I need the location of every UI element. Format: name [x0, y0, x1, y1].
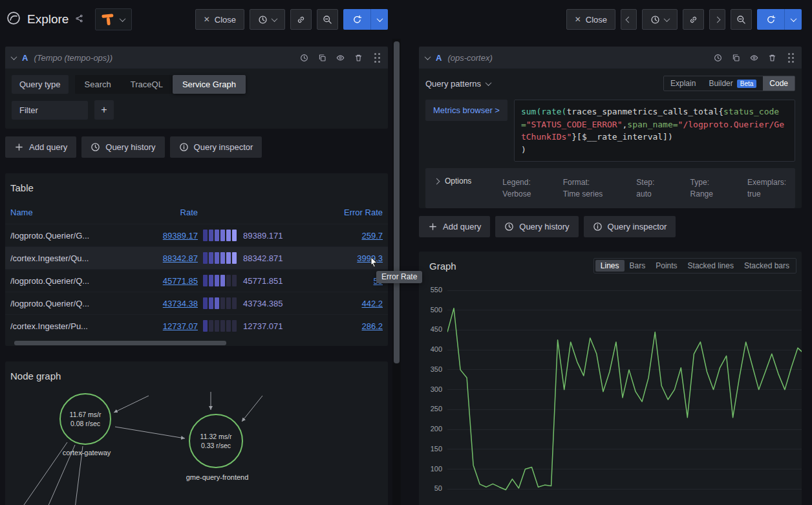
drag-handle-icon[interactable] — [374, 53, 376, 55]
options-toggle[interactable]: Options — [434, 177, 471, 186]
query-type-traceql[interactable]: TraceQL — [121, 75, 173, 94]
close-split-button[interactable]: ✕ Close — [195, 9, 244, 30]
query-inspector-button[interactable]: Query inspector — [584, 216, 676, 237]
run-query-button[interactable] — [343, 9, 370, 30]
datasource-picker[interactable] — [95, 8, 132, 30]
chevron-down-icon — [664, 16, 670, 22]
close-split-button[interactable]: ✕ Close — [566, 9, 615, 30]
column-header-error-rate[interactable]: Error Rate — [311, 208, 383, 217]
option-legend: Legend: Verbose — [502, 177, 531, 200]
bar-gauge-value: 89389.171 — [243, 231, 283, 241]
rate-link[interactable]: 12737.07 — [163, 321, 198, 331]
bar-gauge — [203, 320, 237, 332]
node-graph-canvas[interactable]: 11.67 ms/r 0.08 r/sec cortex-gateway 11.… — [10, 389, 383, 505]
chevron-down-icon — [790, 16, 796, 22]
run-query-dropdown[interactable] — [784, 9, 802, 30]
zoom-out-button[interactable] — [731, 9, 752, 30]
drag-handle-icon[interactable] — [788, 53, 790, 55]
graph-node-gme-query-frontend[interactable]: 11.32 ms/r 0.33 r/sec — [189, 414, 243, 468]
table-horizontal-scrollbar[interactable] — [9, 340, 384, 346]
eye-icon[interactable] — [336, 54, 345, 62]
promql-code-editor[interactable]: sum(rate(traces_spanmetrics_calls_total{… — [514, 100, 795, 162]
query-patterns-dropdown[interactable]: Query patterns — [425, 79, 491, 89]
error-rate-link[interactable]: 286.2 — [361, 321, 383, 331]
left-toolbar-actions: ✕ Close — [195, 9, 388, 30]
node-graph-panel: Node graph 11.67 ms/r 0.08 r/sec — [5, 361, 388, 505]
query-editor-right: A (ops-cortex) Query patterns Explain — [419, 47, 802, 208]
right-toolbar: ✕ Close — [419, 0, 802, 39]
query-type-search[interactable]: Search — [75, 75, 121, 94]
graph-node-cortex-gateway[interactable]: 11.67 ms/r 0.08 r/sec — [59, 393, 111, 445]
add-filter-button[interactable]: + — [94, 100, 114, 120]
history-icon[interactable] — [714, 54, 722, 62]
run-query-split-button — [343, 9, 388, 30]
mode-code[interactable]: Code — [763, 76, 795, 91]
time-picker-button[interactable] — [250, 9, 285, 30]
query-history-button[interactable]: Query history — [81, 136, 164, 158]
metrics-browser-button[interactable]: Metrics browser > — [425, 100, 508, 121]
mode-explain[interactable]: Explain — [664, 76, 702, 91]
graph-style-lines[interactable]: Lines — [595, 260, 625, 272]
collapse-icon[interactable] — [11, 54, 17, 60]
copy-icon[interactable] — [732, 54, 740, 62]
trash-icon[interactable] — [768, 54, 776, 62]
query-ref-id: A — [436, 53, 442, 63]
chart-plot-area — [447, 290, 802, 505]
query-editor-body: Query type Search TraceQL Service Graph … — [5, 69, 388, 129]
zoom-out-button[interactable] — [317, 9, 338, 30]
graph-style-stacked-bars[interactable]: Stacked bars — [739, 260, 795, 272]
rate-link[interactable]: 43734.38 — [163, 299, 198, 308]
column-header-name[interactable]: Name — [10, 208, 107, 217]
history-icon[interactable] — [300, 54, 308, 62]
cell-name: /logproto.Querier/Q... — [10, 299, 107, 308]
right-pane: ✕ Close — [401, 0, 812, 505]
mouse-cursor — [369, 256, 380, 270]
share-icon[interactable] — [75, 14, 83, 25]
move-split-left-button[interactable] — [621, 9, 637, 30]
option-exemplars: Exemplars: true — [747, 177, 786, 200]
left-toolbar: Explore ✕ Close — [0, 0, 393, 39]
run-query-button[interactable] — [757, 9, 784, 30]
mode-builder[interactable]: Builder Beta — [702, 76, 763, 91]
query-inspector-button[interactable]: Query inspector — [170, 136, 262, 158]
option-type: Type: Range — [690, 177, 716, 200]
error-rate-link[interactable]: 442.2 — [361, 299, 383, 308]
collapse-icon[interactable] — [425, 54, 431, 60]
time-series-chart[interactable]: 550500450400350300250200150100500 — [424, 290, 796, 505]
chevron-left-icon — [626, 16, 632, 23]
move-split-right-button[interactable] — [709, 9, 725, 30]
error-rate-link[interactable]: 259.7 — [361, 231, 383, 241]
scrollbar-thumb[interactable] — [394, 41, 400, 363]
scrollbar-thumb[interactable] — [14, 341, 226, 345]
copy-icon[interactable] — [318, 54, 326, 62]
graph-style-points[interactable]: Points — [650, 260, 682, 272]
table-row: /logproto.Querier/G... 89389.17 89389.17… — [5, 224, 388, 246]
rate-link[interactable]: 45771.85 — [163, 276, 198, 286]
copy-link-button[interactable] — [290, 9, 312, 30]
graph-style-bars[interactable]: Bars — [625, 260, 651, 272]
column-header-rate[interactable]: Rate — [107, 208, 198, 217]
add-query-button[interactable]: Add query — [5, 136, 76, 158]
rate-link[interactable]: 88342.87 — [163, 253, 198, 263]
copy-link-button[interactable] — [683, 9, 704, 30]
page-title: Explore — [27, 12, 69, 27]
query-ref-id: A — [22, 53, 28, 63]
chevron-down-icon — [376, 16, 383, 22]
tempo-datasource-icon — [102, 13, 115, 27]
link-icon — [689, 15, 698, 25]
add-query-button[interactable]: Add query — [419, 216, 490, 237]
chevron-down-icon — [486, 80, 492, 86]
query-history-button[interactable]: Query history — [495, 216, 578, 237]
query-row-header[interactable]: A (ops-cortex) — [419, 47, 802, 69]
trash-icon[interactable] — [354, 54, 363, 62]
time-picker-button[interactable] — [642, 9, 678, 30]
run-query-dropdown[interactable] — [370, 9, 388, 30]
eye-icon[interactable] — [750, 54, 758, 62]
close-icon: ✕ — [575, 15, 581, 24]
query-type-service-graph[interactable]: Service Graph — [173, 75, 246, 94]
query-row-header[interactable]: A (Tempo (tempo-ops)) — [5, 47, 388, 69]
cell-name: /cortex.Ingester/Pu... — [10, 321, 107, 331]
graph-style-stacked-lines[interactable]: Stacked lines — [683, 260, 739, 272]
rate-link[interactable]: 89389.17 — [163, 231, 198, 241]
cell-name: /cortex.Ingester/Qu... — [10, 253, 107, 263]
